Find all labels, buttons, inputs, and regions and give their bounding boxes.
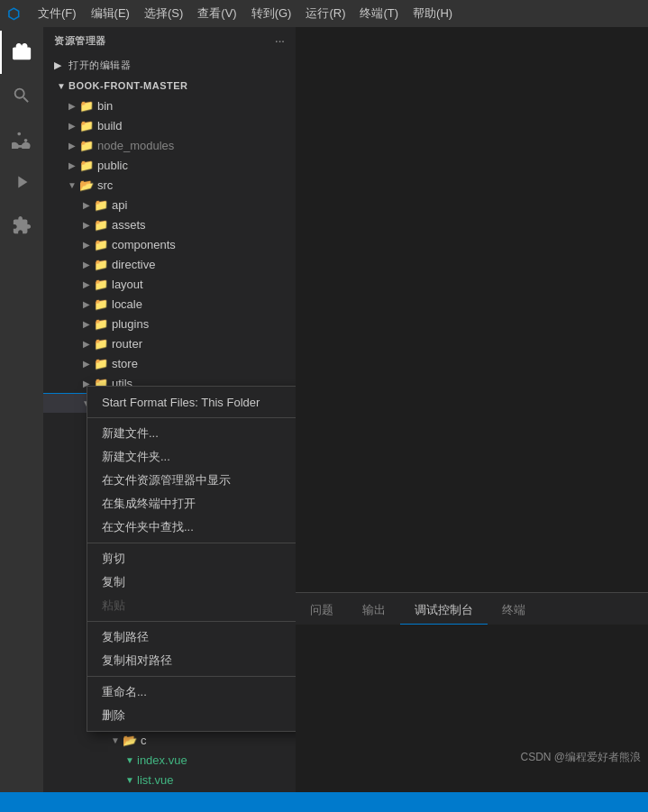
context-menu-item-reveal[interactable]: 在文件资源管理器中显示 Shift+Alt+R — [87, 469, 296, 492]
sidebar-more-button[interactable]: ··· — [275, 36, 285, 47]
folder-icon: 📁 — [94, 357, 108, 370]
menu-goto[interactable]: 转到(G) — [244, 2, 299, 25]
tree-item-layout[interactable]: ▶ 📁 layout — [43, 274, 296, 294]
sidebar-header: 资源管理器 ··· — [43, 27, 296, 55]
context-menu-label-rename: 重命名... — [102, 684, 147, 700]
tree-item-src[interactable]: ▼ 📂 src — [43, 175, 296, 195]
folder-icon: 📁 — [94, 198, 108, 212]
context-menu-item-cut[interactable]: 剪切 Ctrl+X — [87, 547, 296, 570]
context-menu-item-format[interactable]: Start Format Files: This Folder — [87, 390, 296, 414]
folder-icon: 📁 — [94, 218, 108, 232]
chevron-down-icon: ▼ — [123, 772, 137, 787]
chevron-down-icon: ▼ — [65, 178, 79, 192]
context-menu-label-paste: 粘贴 — [102, 598, 125, 614]
main-layout: 资源管理器 ··· ▶ 打开的编辑器 ▼ BOOK-FRONT-MASTER ▶… — [0, 27, 648, 792]
context-menu: Start Format Files: This Folder 新建文件... … — [87, 386, 296, 732]
activity-search[interactable] — [0, 74, 43, 117]
activity-explorer[interactable] — [0, 31, 43, 74]
editor-area: 问题 输出 调试控制台 终端 CSDN @编程爱好者熊浪 — [296, 27, 648, 792]
chevron-right-icon: ▶ — [79, 197, 94, 212]
menu-run[interactable]: 运行(R) — [298, 2, 352, 25]
context-menu-label-reveal: 在文件资源管理器中显示 — [102, 472, 231, 488]
tree-item-router[interactable]: ▶ 📁 router — [43, 333, 296, 353]
context-menu-separator-3 — [87, 621, 296, 622]
context-menu-label-new-folder: 新建文件夹... — [102, 449, 170, 465]
tree-item-list-vue[interactable]: ▼ list.vue — [43, 770, 296, 789]
context-menu-item-new-folder[interactable]: 新建文件夹... — [87, 445, 296, 469]
folder-icon: 📁 — [94, 258, 108, 271]
activity-source-control[interactable] — [0, 117, 43, 160]
chevron-right-icon: ▶ — [79, 257, 94, 271]
tree-item-directive[interactable]: ▶ 📁 directive — [43, 254, 296, 274]
chevron-right-icon: ▶ — [79, 356, 94, 370]
context-menu-label-terminal: 在集成终端中打开 — [102, 496, 196, 512]
context-menu-item-rename[interactable]: 重命名... F2 — [87, 680, 296, 704]
tree-item-store[interactable]: ▶ 📁 store — [43, 353, 296, 373]
chevron-right-icon: ▶ — [79, 237, 94, 251]
chevron-down-icon: ▼ — [54, 78, 68, 93]
tree-item-build[interactable]: ▶ 📁 build — [43, 115, 296, 135]
context-menu-label-new-file: 新建文件... — [102, 425, 159, 442]
context-menu-label-delete: 删除 — [102, 707, 125, 724]
folder-icon: 📂 — [79, 178, 94, 192]
chevron-right-icon: ▶ — [65, 138, 79, 152]
chevron-right-icon: ▶ — [65, 158, 79, 172]
context-menu-label-format: Start Format Files: This Folder — [102, 396, 260, 409]
chevron-right-icon: ▶ — [65, 118, 79, 132]
context-menu-separator-1 — [87, 417, 296, 418]
menu-view[interactable]: 查看(V) — [190, 2, 243, 25]
context-menu-item-copy-relative-path[interactable]: 复制相对路径 Ctrl+K Ctrl+Shift+C — [87, 649, 296, 672]
chevron-right-icon: ▶ — [54, 59, 62, 70]
tab-debug-console[interactable]: 调试控制台 — [400, 597, 488, 625]
tree-item-index-vue[interactable]: ▼ index.vue — [43, 750, 296, 770]
chevron-right-icon: ▶ — [65, 98, 79, 113]
tree-item-druid[interactable]: ▶ 📁 druid — [43, 789, 296, 792]
bottom-tabs: 问题 输出 调试控制台 终端 — [296, 593, 648, 625]
chevron-right-icon: ▶ — [79, 316, 94, 331]
context-menu-label-copy-path: 复制路径 — [102, 629, 149, 645]
tree-item-assets[interactable]: ▶ 📁 assets — [43, 214, 296, 234]
menu-help[interactable]: 帮助(H) — [406, 2, 460, 25]
context-menu-item-new-file[interactable]: 新建文件... — [87, 422, 296, 445]
activity-debug[interactable] — [0, 160, 43, 204]
context-menu-label-copy: 复制 — [102, 574, 125, 590]
context-menu-item-copy-path[interactable]: 复制路径 Shift+Alt+C — [87, 625, 296, 649]
tree-item-project-root[interactable]: ▼ BOOK-FRONT-MASTER — [43, 76, 296, 96]
tree-item-bin[interactable]: ▶ 📁 bin — [43, 96, 296, 115]
menu-file[interactable]: 文件(F) — [31, 2, 84, 25]
chevron-down-icon: ▼ — [108, 733, 123, 747]
folder-icon: 📁 — [79, 119, 94, 132]
tree-item-node-modules[interactable]: ▶ 📁 node_modules — [43, 135, 296, 155]
bottom-panel: 问题 输出 调试控制台 终端 — [296, 592, 648, 772]
context-menu-item-paste[interactable]: 粘贴 Ctrl+V — [87, 594, 296, 617]
chevron-down-icon: ▼ — [123, 753, 137, 767]
tab-problems[interactable]: 问题 — [296, 597, 348, 625]
context-menu-item-open-terminal[interactable]: 在集成终端中打开 — [87, 492, 296, 515]
folder-icon: 📁 — [94, 337, 108, 351]
activity-bar — [0, 27, 43, 792]
tab-output[interactable]: 输出 — [348, 597, 400, 625]
status-bar — [0, 792, 648, 812]
menu-terminal[interactable]: 终端(T) — [352, 2, 406, 25]
context-menu-item-copy[interactable]: 复制 Ctrl+C — [87, 570, 296, 594]
context-menu-item-delete[interactable]: 删除 Delete — [87, 704, 296, 727]
tree-item-public[interactable]: ▶ 📁 public — [43, 155, 296, 175]
context-menu-item-find[interactable]: 在文件夹中查找... Shift+Alt+F — [87, 515, 296, 539]
watermark: CSDN @编程爱好者熊浪 — [520, 750, 641, 765]
tree-item-c-folder[interactable]: ▼ 📂 c — [43, 730, 296, 750]
tree-item-plugins[interactable]: ▶ 📁 plugins — [43, 314, 296, 333]
sidebar-title: 资源管理器 — [54, 34, 106, 48]
folder-icon: 📁 — [94, 317, 108, 331]
folder-icon: 📁 — [79, 159, 94, 172]
open-editors-section: ▶ 打开的编辑器 — [43, 55, 296, 76]
folder-icon: 📁 — [94, 297, 108, 311]
tab-terminal[interactable]: 终端 — [488, 597, 540, 625]
tree-item-api[interactable]: ▶ 📁 api — [43, 195, 296, 214]
tree-item-components[interactable]: ▶ 📁 components — [43, 234, 296, 254]
context-menu-separator-4 — [87, 676, 296, 677]
tree-item-locale[interactable]: ▶ 📁 locale — [43, 294, 296, 314]
menu-select[interactable]: 选择(S) — [137, 2, 190, 25]
activity-extensions[interactable] — [0, 204, 43, 247]
folder-icon: 📁 — [94, 278, 108, 291]
menu-edit[interactable]: 编辑(E) — [84, 2, 137, 25]
